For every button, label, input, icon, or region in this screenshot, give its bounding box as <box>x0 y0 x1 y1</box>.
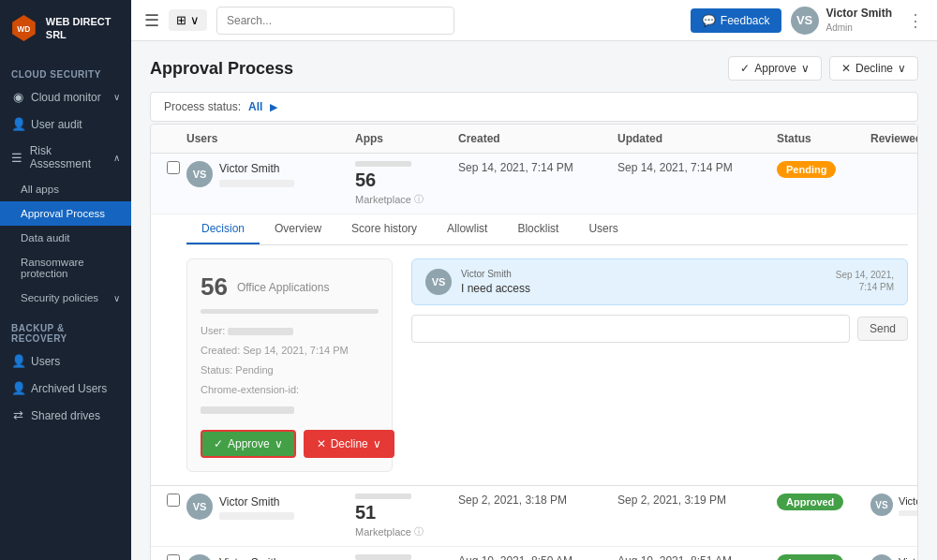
hamburger-icon[interactable]: ☰ <box>144 10 159 31</box>
logo-area: WD WEB DIRECT SRL <box>0 0 131 56</box>
risk-icon: ☰ <box>11 151 23 165</box>
row2-check[interactable] <box>160 494 186 507</box>
row1-apps: 56 Marketplace ⓘ <box>355 161 458 206</box>
header-updated: Updated <box>617 132 777 145</box>
approve-button[interactable]: ✓ Approve ∨ <box>201 430 296 458</box>
tab-blocklist[interactable]: Blocklist <box>502 214 573 244</box>
sidebar-item-security-policies[interactable]: Security policies ∨ <box>0 286 131 310</box>
row1-app-count: 56 <box>355 169 458 191</box>
search-input[interactable] <box>216 7 454 35</box>
row1-check[interactable] <box>160 161 186 174</box>
message-sender: Victor Smith <box>461 269 819 279</box>
row2-app-count: 51 <box>355 502 458 523</box>
row1-created: Sep 14, 2021, 7:14 PM <box>458 161 617 174</box>
risk-label: Risk Assessment <box>30 144 107 170</box>
tab-decision[interactable]: Decision <box>186 214 260 244</box>
sidebar-item-shared-drives[interactable]: ⇄ Shared drives <box>0 402 131 429</box>
row1-avatar: VS <box>186 161 213 187</box>
reply-input[interactable] <box>411 315 850 343</box>
sidebar-item-approval-process[interactable]: Approval Process <box>0 201 131 226</box>
row3-avatar: VS <box>186 554 213 560</box>
sidebar-item-users[interactable]: 👤 Users <box>0 347 131 375</box>
row1-updated: Sep 14, 2021, 7:14 PM <box>617 161 777 174</box>
header-status: Status <box>777 132 870 145</box>
row2-status: Approved <box>777 494 870 510</box>
row2-avatar: VS <box>186 494 213 520</box>
sidebar-item-archived-users[interactable]: 👤 Archived Users <box>0 375 131 402</box>
send-button[interactable]: Send <box>857 317 908 341</box>
decision-app-bar <box>201 309 379 314</box>
row2-apps: 51 Marketplace ⓘ <box>355 494 458 538</box>
user-menu[interactable]: VS Victor Smith Admin <box>791 7 892 35</box>
decline-caret-icon: ∨ <box>898 62 906 75</box>
row1-app-name: Marketplace ⓘ <box>355 193 458 206</box>
row3-apps: 48 Marketplace ⓘ <box>355 554 458 560</box>
data-audit-label: Data audit <box>21 232 69 243</box>
status-arrow-icon: ▶ <box>270 101 277 113</box>
decision-meta: User: Created: Sep 14, 2021, 7:14 PM Sta… <box>201 321 379 419</box>
chevron-down-icon: ∨ <box>113 92 120 102</box>
row1-sub <box>219 180 294 187</box>
row3-user: VS Victor Smith <box>186 554 355 560</box>
sidebar: WD WEB DIRECT SRL CLOUD SECURITY ◉ Cloud… <box>0 0 131 560</box>
approve-check-icon: ✓ <box>214 437 223 450</box>
table-row[interactable]: VS Victor Smith 51 Marketplace ⓘ Sep 2, … <box>151 486 917 547</box>
message-content: Victor Smith I need access <box>461 269 819 295</box>
approve-header-label: Approve <box>754 62 796 75</box>
logo-icon: WD <box>9 11 38 45</box>
decline-header-label: Decline <box>855 62 893 75</box>
decline-header-button[interactable]: ✕ Decline ∨ <box>829 56 918 81</box>
user-role: Admin <box>826 22 892 34</box>
tab-users[interactable]: Users <box>573 214 632 244</box>
row3-created: Aug 10, 2021, 8:50 AM <box>458 554 617 560</box>
send-label: Send <box>870 322 896 335</box>
feedback-icon: 💬 <box>702 14 716 27</box>
tab-allowlist[interactable]: Allowlist <box>432 214 502 244</box>
row3-updated: Aug 10, 2021, 8:51 AM <box>617 554 777 560</box>
reviewed-avatar: VS <box>870 554 893 560</box>
table-row[interactable]: VS Victor Smith 48 Marketplace ⓘ Aug 10,… <box>151 547 917 560</box>
sidebar-item-ransomware[interactable]: Ransomware protection <box>0 250 131 286</box>
message-text: I need access <box>461 282 819 295</box>
message-date: Sep 14, 2021,7:14 PM <box>828 269 894 293</box>
feedback-button[interactable]: 💬 Feedback <box>691 8 781 33</box>
table-row[interactable]: VS Victor Smith 56 Marketplace ⓘ Sep 14,… <box>151 154 917 214</box>
ransomware-label: Ransomware protection <box>21 257 120 279</box>
reply-row: Send <box>411 315 908 343</box>
process-status-bar: Process status: All ▶ <box>150 92 918 122</box>
cloud-monitor-label: Cloud monitor <box>31 91 101 104</box>
all-apps-label: All apps <box>21 184 59 195</box>
row3-check[interactable] <box>160 554 186 560</box>
approve-btn-caret: ∨ <box>275 437 283 450</box>
message-box: VS Victor Smith I need access Sep 14, 20… <box>411 258 908 305</box>
sidebar-item-user-audit[interactable]: 👤 User audit <box>0 111 131 138</box>
decline-x-icon: ✕ <box>317 437 326 450</box>
message-avatar: VS <box>425 269 452 295</box>
section-cloud-security: CLOUD SECURITY <box>0 56 131 83</box>
process-status-label: Process status: <box>164 100 241 113</box>
reviewed-sub <box>899 510 918 516</box>
tab-score-history[interactable]: Score history <box>336 214 432 244</box>
row2-name: Victor Smith <box>219 494 294 510</box>
sidebar-item-cloud-monitor[interactable]: ◉ Cloud monitor ∨ <box>0 83 131 111</box>
row2-reviewed: VS Victor Smith <box>870 494 918 516</box>
status-badge: Pending <box>777 161 836 178</box>
grid-switcher[interactable]: ⊞ ∨ <box>169 9 207 31</box>
decline-button[interactable]: ✕ Decline ∨ <box>304 430 394 458</box>
decision-count-row: 56 Office Applications <box>201 273 379 302</box>
status-badge: Approved <box>777 554 843 560</box>
users-label: Users <box>31 355 60 368</box>
approve-header-button[interactable]: ✓ Approve ∨ <box>728 56 822 81</box>
sidebar-item-all-apps[interactable]: All apps <box>0 177 131 201</box>
process-status-value[interactable]: All <box>248 100 262 113</box>
sidebar-item-data-audit[interactable]: Data audit <box>0 226 131 250</box>
sidebar-item-risk-assessment[interactable]: ☰ Risk Assessment ∧ <box>0 138 131 177</box>
header-created: Created <box>458 132 617 145</box>
page-title: Approval Process <box>150 59 293 79</box>
section-backup: BACKUP & RECOVERY <box>0 310 131 347</box>
header-apps: Apps <box>355 132 458 145</box>
decision-left: 56 Office Applications User: Created: Se… <box>186 258 393 472</box>
tab-overview[interactable]: Overview <box>260 214 336 244</box>
shared-drives-label: Shared drives <box>31 409 100 422</box>
more-options-icon[interactable]: ⋮ <box>907 10 924 31</box>
